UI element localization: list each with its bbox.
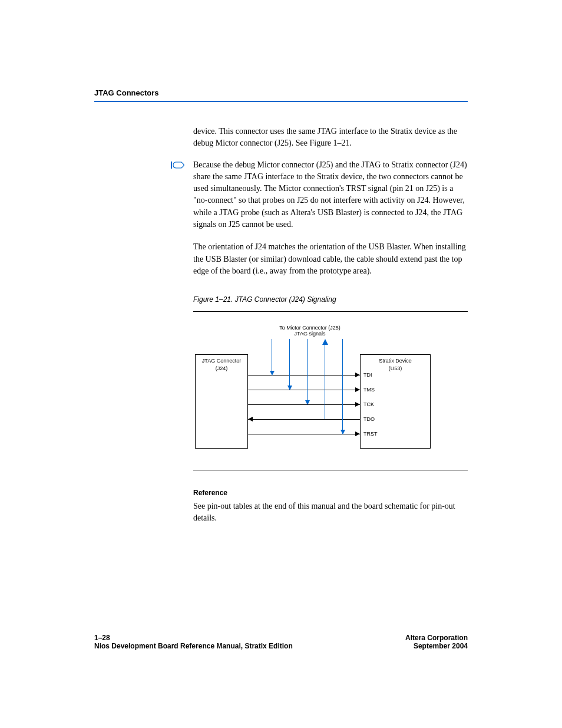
arrow-right-icon <box>355 402 360 407</box>
signal-line <box>248 375 360 375</box>
arrow-right-icon <box>355 373 360 377</box>
reference-body: See pin-out tables at the end of this ma… <box>193 500 468 525</box>
section-title: JTAG Connectors <box>94 88 159 97</box>
footer-left: 1–28 Nios Development Board Reference Ma… <box>94 634 293 650</box>
arrow-down-icon <box>270 371 275 375</box>
footer-company: Altera Corporation <box>405 634 468 642</box>
figure-title: Figure 1–21. JTAG Connector (J24) Signal… <box>193 295 468 305</box>
jtag-box-line2: (J24) <box>216 365 228 371</box>
signal-label-tdi: TDI <box>363 371 372 379</box>
jtag-signaling-diagram: To Mictor Connector (J25) JTAG signals J… <box>195 325 466 454</box>
arrow-right-icon <box>355 387 360 392</box>
jtag-connector-box: JTAG Connector (J24) <box>195 354 248 449</box>
body-column: device. This connector uses the same JTA… <box>193 126 468 525</box>
svg-rect-0 <box>171 162 172 169</box>
arrow-up-icon <box>322 339 328 345</box>
arrow-down-icon <box>340 430 345 434</box>
stratix-box-line2: (U53) <box>389 365 402 371</box>
blue-connector <box>272 339 272 375</box>
signal-label-tck: TCK <box>363 401 374 409</box>
mictor-label-line2: JTAG signals <box>295 331 326 337</box>
signal-line <box>248 404 360 405</box>
paragraph-continuation: device. This connector uses the same JTA… <box>193 126 468 150</box>
signal-label-tdo: TDO <box>363 416 375 423</box>
signal-label-trst: TRST <box>363 430 378 438</box>
page-footer: 1–28 Nios Development Board Reference Ma… <box>94 634 468 650</box>
footer-right: Altera Corporation September 2004 <box>405 634 468 650</box>
blue-connector <box>307 339 308 404</box>
mictor-label-line1: To Mictor Connector (J25) <box>279 325 340 331</box>
arrow-right-icon <box>355 431 360 436</box>
note-hand-icon <box>171 160 186 173</box>
signal-line <box>248 390 360 390</box>
reference-heading: Reference <box>193 488 468 498</box>
note-block: Because the debug Mictor connector (J25)… <box>193 159 468 231</box>
arrow-down-icon <box>287 386 292 390</box>
arrow-left-icon <box>248 417 253 421</box>
footer-doc-title: Nios Development Board Reference Manual,… <box>94 642 293 650</box>
blue-connector <box>289 339 290 390</box>
footer-page-number: 1–28 <box>94 634 110 642</box>
svg-line-1 <box>181 162 184 164</box>
paragraph-orientation: The orientation of J24 matches the orien… <box>193 241 468 277</box>
note-text: Because the debug Mictor connector (J25)… <box>193 160 467 229</box>
blue-connector <box>325 344 325 419</box>
stratix-box-line1: Stratix Device <box>379 358 412 364</box>
section-header: JTAG Connectors <box>94 88 468 102</box>
jtag-box-line1: JTAG Connector <box>202 358 241 364</box>
signal-label-tms: TMS <box>363 386 375 394</box>
blue-connector <box>342 339 343 434</box>
footer-date: September 2004 <box>414 642 468 650</box>
figure-frame: To Mictor Connector (J25) JTAG signals J… <box>193 311 468 470</box>
signal-line <box>248 419 360 420</box>
mictor-label: To Mictor Connector (J25) JTAG signals <box>266 325 354 338</box>
arrow-down-icon <box>305 400 310 405</box>
